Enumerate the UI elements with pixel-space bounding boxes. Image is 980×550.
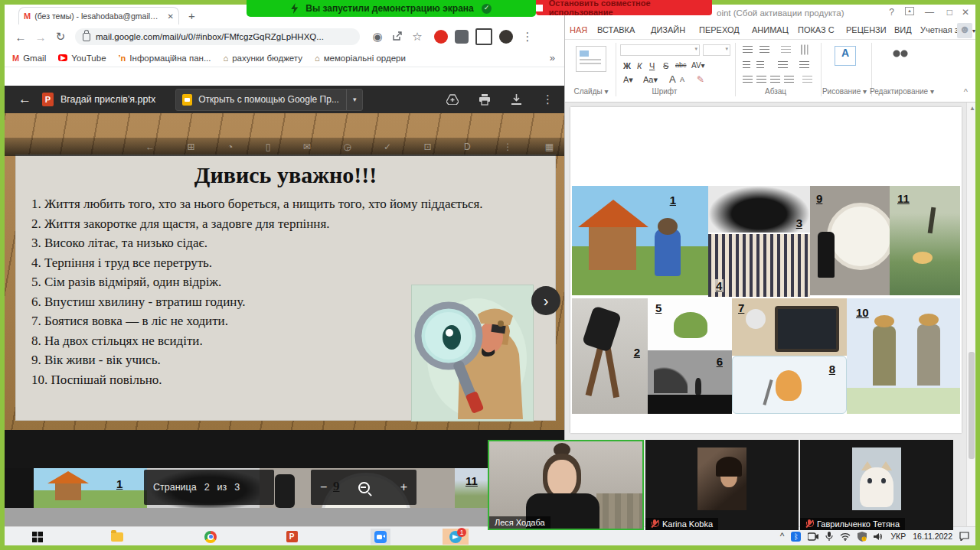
language-indicator[interactable]: УКР bbox=[890, 532, 906, 541]
pp-help-icon[interactable]: ? bbox=[889, 7, 894, 18]
tray-expand-icon[interactable]: ^ bbox=[780, 531, 785, 542]
bookmarks-overflow-icon[interactable]: » bbox=[550, 52, 555, 63]
preview-back-icon[interactable]: ← bbox=[18, 92, 31, 107]
new-tab-button[interactable]: + bbox=[188, 9, 195, 22]
reload-icon[interactable]: ↻ bbox=[51, 30, 70, 44]
profile-avatar[interactable] bbox=[499, 30, 513, 44]
microphone-tray-icon[interactable] bbox=[825, 532, 833, 542]
tab-animations[interactable]: АНИМАЦ bbox=[752, 25, 789, 34]
ghost-more-icon[interactable]: ⋮ bbox=[503, 142, 512, 152]
notification-center-icon[interactable] bbox=[959, 532, 969, 541]
align-right-icon[interactable] bbox=[770, 76, 780, 83]
forward-icon[interactable]: → bbox=[31, 31, 51, 44]
tile-house[interactable]: 1 bbox=[572, 186, 708, 295]
tile-shadow-hand[interactable]: 6 bbox=[648, 350, 732, 414]
drawing-button[interactable]: A bbox=[835, 46, 856, 66]
italic-button[interactable]: К bbox=[637, 61, 642, 70]
tab-review[interactable]: РЕЦЕНЗИ bbox=[846, 25, 887, 34]
start-button[interactable] bbox=[28, 529, 47, 545]
page-current[interactable]: 2 bbox=[204, 482, 210, 493]
share-icon[interactable] bbox=[387, 31, 407, 44]
security-shield-icon[interactable]: ! bbox=[858, 532, 867, 542]
grow-font-button[interactable]: A bbox=[669, 73, 676, 85]
underline-button[interactable]: Ч bbox=[649, 61, 655, 70]
file-explorer-icon[interactable] bbox=[107, 529, 127, 545]
adblock-extension-icon[interactable] bbox=[434, 30, 448, 44]
browser-menu-icon[interactable]: ⋮ bbox=[518, 30, 537, 44]
shadow-button[interactable]: abc bbox=[675, 61, 687, 69]
pp-scrollbar[interactable]: ▲ bbox=[966, 103, 975, 526]
font-name-select[interactable] bbox=[620, 44, 700, 56]
puzzle-extension-icon[interactable] bbox=[455, 30, 469, 44]
bookmark-star-icon[interactable]: ☆ bbox=[407, 30, 427, 44]
align-objects-icon[interactable] bbox=[799, 61, 809, 69]
line-spacing-icon[interactable] bbox=[781, 46, 791, 54]
ghost-snooze-icon[interactable]: ◶ bbox=[343, 142, 351, 152]
chrome-taskbar-icon[interactable] bbox=[201, 529, 220, 545]
text-direction-icon[interactable] bbox=[801, 45, 808, 55]
decrease-indent-icon[interactable] bbox=[743, 61, 750, 69]
back-icon[interactable]: ← bbox=[11, 31, 31, 44]
camera-tray-icon[interactable] bbox=[808, 532, 818, 541]
account-avatar[interactable]: ☻ bbox=[957, 23, 972, 38]
tab-view[interactable]: ВИД bbox=[894, 25, 912, 34]
tile-turtle[interactable]: 5 bbox=[648, 298, 732, 350]
ghost-label-icon[interactable]: D bbox=[464, 142, 471, 152]
collapse-ribbon-icon[interactable]: ^ bbox=[964, 87, 968, 96]
tab-slideshow[interactable]: ПОКАЗ С bbox=[798, 25, 835, 34]
close-tab-icon[interactable]: ✕ bbox=[168, 12, 174, 21]
add-to-drive-icon[interactable] bbox=[446, 94, 459, 105]
participant-video[interactable]: Леся Ходаба bbox=[488, 440, 644, 530]
download-icon[interactable] bbox=[511, 94, 522, 106]
messenger-taskbar-icon[interactable]: 1 bbox=[443, 529, 469, 545]
pp-maximize-icon[interactable]: □ bbox=[947, 7, 952, 18]
open-with-button[interactable]: Открыть с помощью Google Пр... ▾ bbox=[175, 89, 363, 111]
print-icon[interactable] bbox=[479, 94, 491, 106]
wifi-icon[interactable] bbox=[840, 532, 851, 541]
bold-button[interactable]: Ж bbox=[623, 61, 631, 70]
stop-share-button[interactable]: Остановить совместное использование bbox=[536, 0, 712, 15]
bookmark-youtube[interactable]: ▶YouTube bbox=[58, 54, 106, 63]
magnifier-icon[interactable] bbox=[358, 482, 370, 493]
tile-chair[interactable]: 2 bbox=[572, 298, 648, 414]
address-bar[interactable]: mail.google.com/mail/u/0/#inbox/FMfcgzGq… bbox=[75, 28, 360, 45]
columns-icon[interactable] bbox=[778, 61, 788, 69]
strikethrough-button[interactable]: S bbox=[663, 61, 668, 70]
bookmark-orders[interactable]: ⌂меморіальні ордери bbox=[315, 54, 406, 63]
ghost-archive-icon[interactable]: ⊞ bbox=[187, 142, 194, 152]
bullets-icon[interactable] bbox=[743, 46, 753, 54]
bookmark-budget[interactable]: ⌂рахунки бюджету bbox=[224, 54, 302, 63]
ghost-move-icon[interactable]: ⊡ bbox=[424, 142, 432, 152]
ribbon-display-icon[interactable]: ▴ bbox=[905, 7, 914, 15]
new-slide-button[interactable] bbox=[576, 46, 606, 72]
speaker-icon[interactable] bbox=[874, 532, 884, 541]
tab-transitions[interactable]: ПЕРЕХОД bbox=[699, 25, 740, 34]
ghost-delete-icon[interactable]: ▯ bbox=[266, 142, 271, 152]
find-binoculars-icon[interactable] bbox=[893, 47, 908, 60]
tab-insert[interactable]: ВСТАВКА bbox=[597, 25, 635, 34]
pp-minimize-icon[interactable]: — bbox=[925, 7, 934, 18]
tile-clock[interactable]: 9 bbox=[810, 186, 890, 295]
browser-tab[interactable]: M (без темы) - lesahodaba@gmail… ✕ bbox=[18, 7, 179, 24]
pp-slide-canvas[interactable]: 1 3 4 9 11 bbox=[570, 107, 962, 433]
tile-swamp[interactable]: 11 bbox=[890, 186, 960, 295]
change-case-button[interactable]: Aa▾ bbox=[643, 75, 658, 85]
bookmark-gmail[interactable]: MGmail bbox=[12, 54, 46, 63]
tile-gardeners[interactable]: 10 bbox=[847, 298, 960, 414]
tab-home[interactable]: НАЯ bbox=[570, 25, 587, 34]
cast-icon[interactable]: ◉ bbox=[368, 30, 387, 44]
scroll-thumb[interactable] bbox=[969, 352, 975, 459]
align-left-icon[interactable] bbox=[743, 76, 753, 83]
tile-grandma-tv[interactable]: 7 bbox=[732, 298, 847, 356]
tile-bird[interactable]: 3 bbox=[708, 186, 810, 233]
url-text[interactable]: mail.google.com/mail/u/0/#inbox/FMfcgzGq… bbox=[96, 32, 324, 41]
char-spacing-button[interactable]: AV▾ bbox=[691, 61, 705, 70]
clock-date[interactable]: 16.11.2022 bbox=[913, 532, 952, 541]
align-center-icon[interactable] bbox=[756, 76, 766, 83]
bookmark-infopanel[interactable]: ʼnІнформаційна пан... bbox=[119, 54, 211, 63]
tile-matches[interactable]: 4 bbox=[708, 233, 810, 297]
ghost-unread-icon[interactable]: ✉ bbox=[303, 142, 311, 152]
sidepanel-icon[interactable] bbox=[475, 28, 492, 45]
ghost-report-icon[interactable]: ◔ bbox=[227, 142, 233, 152]
increase-indent-icon[interactable] bbox=[756, 61, 764, 69]
